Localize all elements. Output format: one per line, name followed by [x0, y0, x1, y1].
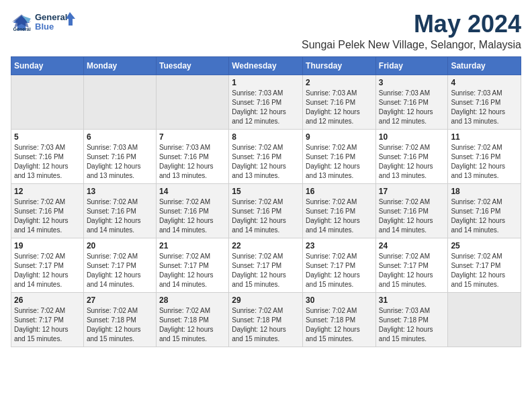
- day-number: 8: [232, 132, 300, 142]
- day-number: 9: [306, 132, 373, 142]
- weekday-header: Friday: [375, 56, 448, 75]
- calendar-cell: 29Sunrise: 7:02 AM Sunset: 7:18 PM Dayli…: [229, 292, 303, 347]
- weekday-header: Monday: [83, 56, 156, 75]
- day-number: 5: [14, 132, 81, 142]
- day-number: 2: [306, 78, 373, 87]
- day-info: Sunrise: 7:03 AM Sunset: 7:16 PM Dayligh…: [159, 143, 226, 181]
- day-number: 15: [232, 187, 300, 196]
- logo: General General Blue: [11, 11, 75, 35]
- day-number: 31: [379, 295, 445, 305]
- calendar-cell: 9Sunrise: 7:02 AM Sunset: 7:16 PM Daylig…: [303, 129, 376, 183]
- calendar-week-row: 5Sunrise: 7:03 AM Sunset: 7:16 PM Daylig…: [11, 129, 521, 183]
- calendar-cell: 2Sunrise: 7:03 AM Sunset: 7:16 PM Daylig…: [303, 75, 376, 129]
- day-number: 1: [232, 78, 300, 87]
- calendar-table: SundayMondayTuesdayWednesdayThursdayFrid…: [11, 56, 521, 347]
- day-info: Sunrise: 7:03 AM Sunset: 7:16 PM Dayligh…: [14, 143, 81, 181]
- day-info: Sunrise: 7:02 AM Sunset: 7:18 PM Dayligh…: [232, 306, 300, 344]
- day-info: Sunrise: 7:02 AM Sunset: 7:16 PM Dayligh…: [306, 143, 373, 181]
- page-subtitle: Sungai Pelek New Village, Selangor, Mala…: [302, 39, 521, 51]
- day-info: Sunrise: 7:02 AM Sunset: 7:18 PM Dayligh…: [306, 306, 373, 344]
- header: General General Blue May 2024 Sungai Pel…: [11, 11, 521, 51]
- day-number: 20: [87, 241, 153, 250]
- day-number: 10: [379, 132, 445, 142]
- calendar-cell: 1Sunrise: 7:03 AM Sunset: 7:16 PM Daylig…: [229, 75, 303, 129]
- day-info: Sunrise: 7:02 AM Sunset: 7:16 PM Dayligh…: [379, 197, 445, 235]
- logo-icon: General: [11, 13, 32, 32]
- calendar-cell: 7Sunrise: 7:03 AM Sunset: 7:16 PM Daylig…: [156, 129, 228, 183]
- calendar-cell: 25Sunrise: 7:02 AM Sunset: 7:17 PM Dayli…: [448, 238, 521, 292]
- calendar-cell: 18Sunrise: 7:02 AM Sunset: 7:16 PM Dayli…: [448, 183, 521, 238]
- day-info: Sunrise: 7:02 AM Sunset: 7:16 PM Dayligh…: [451, 197, 518, 235]
- day-info: Sunrise: 7:02 AM Sunset: 7:16 PM Dayligh…: [87, 197, 153, 235]
- calendar-cell: [11, 75, 84, 129]
- calendar-cell: [448, 292, 521, 347]
- day-info: Sunrise: 7:03 AM Sunset: 7:16 PM Dayligh…: [451, 89, 518, 126]
- day-number: 27: [87, 295, 153, 305]
- day-number: 30: [306, 295, 373, 305]
- day-info: Sunrise: 7:02 AM Sunset: 7:16 PM Dayligh…: [306, 197, 373, 235]
- day-number: 6: [87, 132, 153, 142]
- generalblue-logo: General Blue: [35, 11, 75, 35]
- weekday-header: Tuesday: [156, 56, 228, 75]
- calendar-cell: [156, 75, 228, 129]
- calendar-cell: 6Sunrise: 7:03 AM Sunset: 7:16 PM Daylig…: [83, 129, 156, 183]
- weekday-header: Thursday: [303, 56, 376, 75]
- calendar-cell: 16Sunrise: 7:02 AM Sunset: 7:16 PM Dayli…: [303, 183, 376, 238]
- day-info: Sunrise: 7:02 AM Sunset: 7:18 PM Dayligh…: [87, 306, 153, 344]
- day-number: 18: [451, 187, 518, 196]
- day-number: 17: [379, 187, 445, 196]
- calendar-cell: 22Sunrise: 7:02 AM Sunset: 7:17 PM Dayli…: [229, 238, 303, 292]
- calendar-cell: 4Sunrise: 7:03 AM Sunset: 7:16 PM Daylig…: [448, 75, 521, 129]
- day-number: 7: [159, 132, 226, 142]
- calendar-cell: [83, 75, 156, 129]
- calendar-cell: 23Sunrise: 7:02 AM Sunset: 7:17 PM Dayli…: [303, 238, 376, 292]
- day-number: 25: [451, 241, 518, 250]
- calendar-cell: 26Sunrise: 7:02 AM Sunset: 7:17 PM Dayli…: [11, 292, 84, 347]
- weekday-header: Saturday: [448, 56, 521, 75]
- day-info: Sunrise: 7:02 AM Sunset: 7:17 PM Dayligh…: [451, 252, 518, 289]
- calendar-cell: 15Sunrise: 7:02 AM Sunset: 7:16 PM Dayli…: [229, 183, 303, 238]
- day-number: 19: [14, 241, 81, 250]
- calendar-cell: 20Sunrise: 7:02 AM Sunset: 7:17 PM Dayli…: [83, 238, 156, 292]
- day-info: Sunrise: 7:02 AM Sunset: 7:17 PM Dayligh…: [379, 252, 445, 289]
- day-info: Sunrise: 7:02 AM Sunset: 7:16 PM Dayligh…: [159, 197, 226, 235]
- calendar-cell: 30Sunrise: 7:02 AM Sunset: 7:18 PM Dayli…: [303, 292, 376, 347]
- calendar-cell: 3Sunrise: 7:03 AM Sunset: 7:16 PM Daylig…: [375, 75, 448, 129]
- day-info: Sunrise: 7:02 AM Sunset: 7:18 PM Dayligh…: [159, 306, 226, 344]
- weekday-header: Wednesday: [229, 56, 303, 75]
- svg-text:Blue: Blue: [35, 21, 54, 32]
- calendar-cell: 10Sunrise: 7:02 AM Sunset: 7:16 PM Dayli…: [375, 129, 448, 183]
- day-number: 21: [159, 241, 226, 250]
- day-info: Sunrise: 7:03 AM Sunset: 7:16 PM Dayligh…: [87, 143, 153, 181]
- day-info: Sunrise: 7:03 AM Sunset: 7:16 PM Dayligh…: [232, 89, 300, 126]
- day-info: Sunrise: 7:02 AM Sunset: 7:16 PM Dayligh…: [379, 143, 445, 181]
- day-number: 4: [451, 78, 518, 87]
- calendar-cell: 31Sunrise: 7:03 AM Sunset: 7:18 PM Dayli…: [375, 292, 448, 347]
- calendar-week-row: 26Sunrise: 7:02 AM Sunset: 7:17 PM Dayli…: [11, 292, 521, 347]
- page-title: May 2024: [302, 11, 521, 38]
- day-number: 3: [379, 78, 445, 87]
- day-info: Sunrise: 7:02 AM Sunset: 7:17 PM Dayligh…: [232, 252, 300, 289]
- weekday-header: Sunday: [11, 56, 84, 75]
- day-number: 16: [306, 187, 373, 196]
- day-info: Sunrise: 7:03 AM Sunset: 7:16 PM Dayligh…: [306, 89, 373, 126]
- day-info: Sunrise: 7:02 AM Sunset: 7:17 PM Dayligh…: [14, 252, 81, 289]
- svg-text:General: General: [35, 12, 67, 22]
- calendar-header-row: SundayMondayTuesdayWednesdayThursdayFrid…: [11, 56, 521, 75]
- calendar-cell: 24Sunrise: 7:02 AM Sunset: 7:17 PM Dayli…: [375, 238, 448, 292]
- day-info: Sunrise: 7:02 AM Sunset: 7:17 PM Dayligh…: [159, 252, 226, 289]
- day-number: 24: [379, 241, 445, 250]
- day-number: 23: [306, 241, 373, 250]
- calendar-week-row: 19Sunrise: 7:02 AM Sunset: 7:17 PM Dayli…: [11, 238, 521, 292]
- calendar-cell: 28Sunrise: 7:02 AM Sunset: 7:18 PM Dayli…: [156, 292, 228, 347]
- calendar-cell: 12Sunrise: 7:02 AM Sunset: 7:16 PM Dayli…: [11, 183, 84, 238]
- calendar-cell: 27Sunrise: 7:02 AM Sunset: 7:18 PM Dayli…: [83, 292, 156, 347]
- day-info: Sunrise: 7:02 AM Sunset: 7:17 PM Dayligh…: [306, 252, 373, 289]
- calendar-cell: 13Sunrise: 7:02 AM Sunset: 7:16 PM Dayli…: [83, 183, 156, 238]
- calendar-week-row: 1Sunrise: 7:03 AM Sunset: 7:16 PM Daylig…: [11, 75, 521, 129]
- calendar-cell: 14Sunrise: 7:02 AM Sunset: 7:16 PM Dayli…: [156, 183, 228, 238]
- calendar-cell: 21Sunrise: 7:02 AM Sunset: 7:17 PM Dayli…: [156, 238, 228, 292]
- day-number: 12: [14, 187, 81, 196]
- day-number: 26: [14, 295, 81, 305]
- calendar-cell: 8Sunrise: 7:02 AM Sunset: 7:16 PM Daylig…: [229, 129, 303, 183]
